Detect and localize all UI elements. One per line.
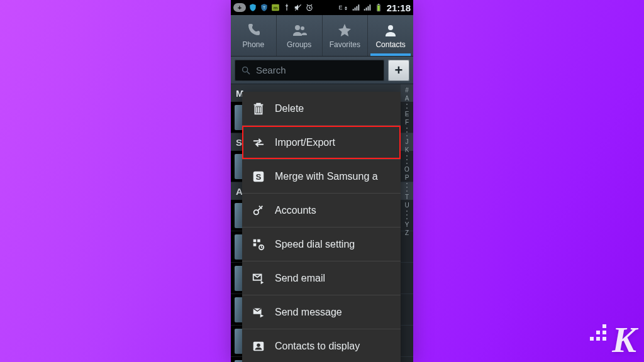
search-placeholder: Search — [256, 65, 286, 75]
menu-item-label: Speed dial setting — [275, 239, 355, 250]
menu-item-merge-samsung[interactable]: S Merge with Samsung a — [242, 160, 401, 194]
tab-phone[interactable]: Phone — [231, 15, 276, 56]
svg-point-15 — [254, 210, 258, 214]
trash-icon — [251, 101, 266, 116]
mail-send-icon — [251, 271, 266, 286]
search-input[interactable]: Search — [235, 60, 384, 81]
tab-favorites[interactable]: Favorites — [322, 15, 368, 56]
svg-text:T: T — [263, 6, 265, 9]
antivirus-shield-icon — [248, 3, 257, 12]
clock: 21:18 — [387, 3, 411, 13]
person-icon — [383, 23, 398, 38]
search-row: Search + — [231, 57, 413, 84]
svg-point-11 — [243, 67, 248, 72]
star-icon — [337, 23, 352, 38]
menu-item-label: Accounts — [275, 205, 316, 216]
menu-item-label: Import/Export — [275, 137, 335, 148]
menu-item-speed-dial[interactable]: Speed dial setting — [242, 228, 401, 261]
usb-icon — [282, 3, 291, 12]
menu-item-label: Send message — [275, 307, 342, 318]
battery-icon — [374, 3, 383, 12]
svg-point-10 — [388, 25, 393, 30]
svg-text:S: S — [256, 172, 262, 181]
tab-bar: Phone Groups Favorites Contacts — [231, 15, 413, 57]
tab-groups[interactable]: Groups — [276, 15, 322, 56]
svg-rect-6 — [377, 4, 379, 4]
tab-label: Contacts — [375, 40, 405, 49]
tab-label: Groups — [287, 40, 311, 49]
tab-contacts[interactable]: Contacts — [367, 15, 413, 56]
message-send-icon — [251, 305, 266, 320]
svg-point-23 — [257, 343, 260, 347]
plus-icon: + — [395, 62, 403, 79]
alphabet-index[interactable]: #AEFJKOPTUYZ — [401, 84, 413, 362]
phone-frame: + T m — [231, 0, 413, 362]
watermark-letter: K — [612, 319, 636, 360]
signal-2-icon — [363, 3, 372, 12]
menu-item-delete[interactable]: Delete — [242, 92, 401, 126]
tab-label: Phone — [243, 40, 265, 49]
samsung-icon: S — [251, 169, 266, 184]
menu-item-send-email[interactable]: Send email — [242, 261, 401, 295]
canvas: + T m — [0, 0, 644, 362]
svg-rect-16 — [253, 239, 257, 242]
phone-icon — [246, 23, 261, 38]
svg-rect-7 — [377, 6, 380, 11]
watermark: K — [612, 322, 636, 358]
groups-icon — [292, 23, 307, 38]
watermark-dots — [590, 324, 606, 341]
svg-point-9 — [301, 26, 304, 30]
svg-rect-18 — [253, 243, 257, 246]
search-icon — [241, 65, 251, 75]
dialpad-icon — [251, 237, 266, 252]
alarm-icon — [305, 3, 314, 12]
plus-badge-icon: + — [233, 3, 246, 12]
menu-item-label: Send email — [275, 273, 325, 284]
tab-label: Favorites — [330, 40, 360, 49]
swap-icon — [251, 135, 266, 150]
menu-item-contacts-display[interactable]: Contacts to display — [242, 329, 401, 362]
status-bar: + T m — [231, 0, 413, 15]
data-icon: E — [339, 3, 349, 12]
mute-icon — [294, 3, 303, 12]
menu-item-label: Delete — [275, 103, 304, 114]
svg-rect-17 — [257, 239, 260, 242]
svg-point-8 — [295, 25, 300, 30]
menu-item-label: Merge with Samsung a — [275, 171, 378, 182]
add-contact-button[interactable]: + — [388, 60, 409, 81]
options-menu: Delete Import/Export S Merge with Samsun… — [242, 92, 401, 362]
menu-item-label: Contacts to display — [275, 341, 360, 352]
contact-card-icon — [251, 339, 266, 354]
menu-item-send-message[interactable]: Send message — [242, 295, 401, 329]
signal-icon — [352, 3, 360, 12]
key-icon — [251, 203, 266, 218]
svg-line-12 — [247, 72, 250, 74]
menu-item-accounts[interactable]: Accounts — [242, 194, 401, 228]
shield-letter-icon: T — [260, 3, 269, 12]
app-m-icon: m — [271, 3, 280, 12]
svg-text:m: m — [274, 5, 278, 11]
menu-item-import-export[interactable]: Import/Export — [242, 126, 401, 160]
